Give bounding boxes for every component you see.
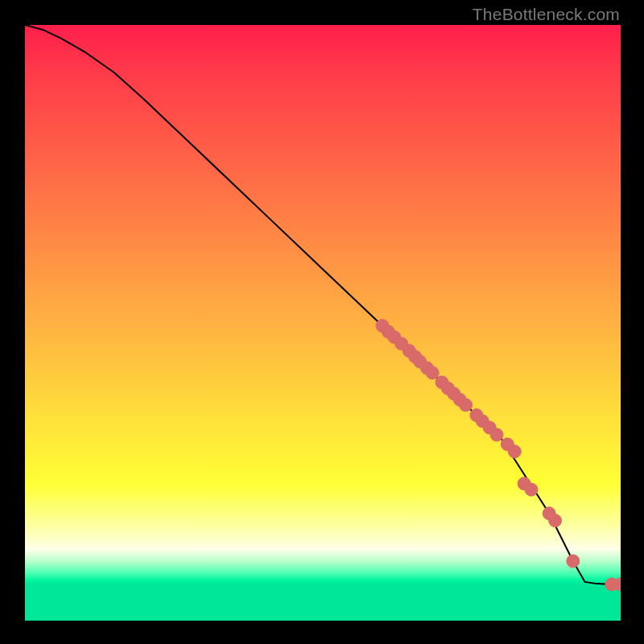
data-point [490,428,503,441]
plot-area [25,25,621,621]
watermark-text: TheBottleneck.com [473,5,620,24]
chart-stage: TheBottleneck.com [0,0,644,644]
data-point [525,483,538,496]
bottleneck-curve [25,25,621,584]
data-point [567,555,580,568]
data-point [508,445,521,458]
data-points [376,320,621,591]
data-point [549,514,562,527]
data-point [426,366,439,379]
chart-svg [25,25,621,621]
data-point [460,398,473,411]
